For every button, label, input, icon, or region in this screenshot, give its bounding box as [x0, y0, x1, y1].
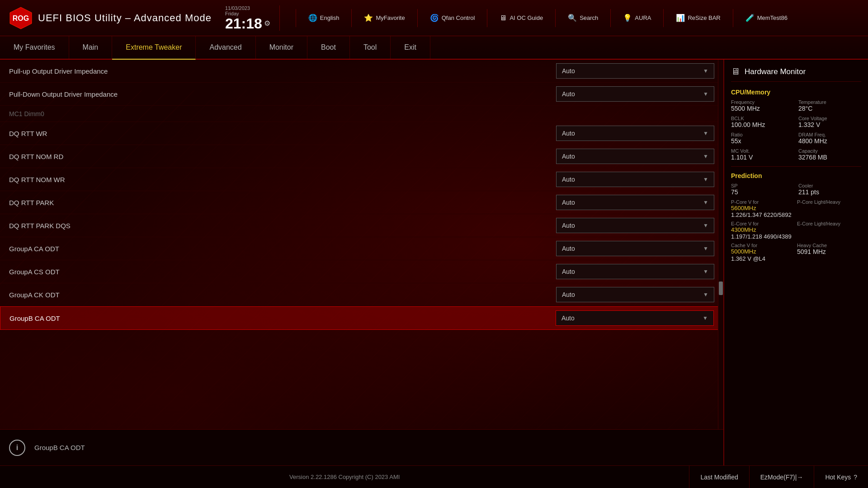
setting-dq-rtt-park[interactable]: DQ RTT PARK Auto ▼ [0, 191, 723, 214]
english-button[interactable]: 🌐 English [303, 12, 345, 24]
groupa-ck-odt-dropdown[interactable]: Auto ▼ [556, 287, 714, 302]
last-modified-button[interactable]: Last Modified [689, 466, 749, 488]
groupa-ca-odt-dropdown[interactable]: Auto ▼ [556, 241, 714, 256]
header: ROG UEFI BIOS Utility – Advanced Mode 11… [0, 0, 868, 36]
dq-rtt-nom-wr-control[interactable]: Auto ▼ [556, 172, 714, 187]
setting-mc1-dimm0: MC1 Dimm0 [0, 106, 723, 122]
groupa-ck-odt-control[interactable]: Auto ▼ [556, 287, 714, 302]
aura-button[interactable]: 💡 AURA [618, 12, 656, 24]
groupa-cs-odt-control[interactable]: Auto ▼ [556, 264, 714, 279]
ecore-v-section: E-Core V for 4300MHz E-Core Light/Heavy … [731, 221, 861, 240]
dq-rtt-park-control[interactable]: Auto ▼ [556, 195, 714, 210]
setting-groupb-ca-odt[interactable]: GroupB CA ODT Auto ▼ [0, 306, 723, 330]
dq-rtt-park-dqs-control[interactable]: Auto ▼ [556, 218, 714, 233]
footer-actions: Last Modified EzMode(F7)|→ Hot Keys ? [689, 466, 868, 488]
header-date: 11/03/2023Friday [225, 5, 270, 16]
scrollbar-track[interactable] [718, 60, 723, 429]
stat-frequency: Frequency 5500 MHz [731, 99, 794, 112]
header-divider-5 [555, 9, 556, 27]
header-divider [296, 9, 296, 27]
setting-groupa-ca-odt[interactable]: GroupA CA ODT Auto ▼ [0, 237, 723, 260]
info-bar: i GroupB CA ODT [0, 429, 723, 465]
scrollbar-thumb[interactable] [719, 282, 723, 295]
header-controls: 11/03/2023Friday 21:18 ⚙ 🌐 English ⭐ MyF… [225, 5, 859, 31]
setting-groupa-ck-odt[interactable]: GroupA CK ODT Auto ▼ [0, 283, 723, 306]
setting-dq-rtt-nom-wr[interactable]: DQ RTT NOM WR Auto ▼ [0, 168, 723, 191]
pcore-v-for: P-Core V for 5600MHz [731, 199, 795, 211]
nav-tool[interactable]: Tool [350, 36, 391, 59]
memtest-button[interactable]: 🧪 MemTest86 [740, 12, 793, 24]
nav-monitor[interactable]: Monitor [256, 36, 307, 59]
dropdown-arrow-icon-5: ▼ [703, 176, 708, 183]
footer: Version 2.22.1286 Copyright (C) 2023 AMI… [0, 465, 868, 488]
search-button[interactable]: 🔍 Search [562, 12, 604, 24]
nav-main[interactable]: Main [69, 36, 113, 59]
datetime-display: 11/03/2023Friday 21:18 ⚙ [225, 5, 280, 31]
ez-mode-label: EzMode(F7)|→ [760, 474, 803, 481]
search-icon: 🔍 [568, 14, 577, 22]
stat-sp: SP 75 [731, 183, 794, 196]
stat-temperature: Temperature 28°C [798, 99, 861, 112]
nav-my-favorites[interactable]: My Favorites [0, 36, 69, 59]
content-area: Pull-up Output Driver Impedance Auto ▼ P… [0, 60, 723, 465]
pullup-label: Pull-up Output Driver Impedance [9, 67, 556, 75]
hardware-monitor-sidebar: 🖥 Hardware Monitor CPU/Memory Frequency … [723, 60, 868, 465]
resizebar-button[interactable]: 📊 ReSize BAR [670, 12, 726, 24]
dropdown-arrow-icon: ▼ [703, 68, 708, 74]
stat-dram-freq: DRAM Freq. 4800 MHz [798, 132, 861, 145]
dq-rtt-nom-rd-control[interactable]: Auto ▼ [556, 149, 714, 164]
setting-dq-rtt-park-dqs[interactable]: DQ RTT PARK DQS Auto ▼ [0, 214, 723, 237]
groupb-ca-odt-control[interactable]: Auto ▼ [556, 310, 714, 326]
setting-dq-rtt-wr[interactable]: DQ RTT WR Auto ▼ [0, 122, 723, 145]
pcore-values: 1.226/1.347 6220/5892 [731, 211, 861, 218]
pcore-v-section: P-Core V for 5600MHz P-Core Light/Heavy … [731, 199, 861, 218]
aura-icon: 💡 [623, 14, 632, 22]
groupa-ca-odt-control[interactable]: Auto ▼ [556, 241, 714, 256]
dropdown-arrow-icon-11: ▼ [703, 315, 708, 321]
nav-exit[interactable]: Exit [391, 36, 430, 59]
myfavorite-button[interactable]: ⭐ MyFavorite [359, 12, 410, 24]
hot-keys-button[interactable]: Hot Keys ? [814, 466, 868, 488]
ecore-values: 1.197/1.218 4690/4389 [731, 233, 861, 240]
pulldown-control[interactable]: Auto ▼ [556, 86, 714, 102]
hot-keys-label: Hot Keys [825, 474, 851, 481]
dq-rtt-park-dqs-dropdown[interactable]: Auto ▼ [556, 218, 714, 233]
dq-rtt-nom-wr-label: DQ RTT NOM WR [9, 176, 556, 183]
pullup-control[interactable]: Auto ▼ [556, 63, 714, 79]
qfan-button[interactable]: 🌀 Qfan Control [425, 12, 481, 24]
ez-mode-button[interactable]: EzMode(F7)|→ [749, 466, 814, 488]
setting-dq-rtt-nom-rd[interactable]: DQ RTT NOM RD Auto ▼ [0, 145, 723, 168]
stat-ratio: Ratio 55x [731, 132, 794, 145]
dq-rtt-nom-rd-dropdown[interactable]: Auto ▼ [556, 149, 714, 164]
header-divider-3 [417, 9, 418, 27]
setting-pulldown[interactable]: Pull-Down Output Driver Impedance Auto ▼ [0, 83, 723, 106]
dq-rtt-park-dropdown[interactable]: Auto ▼ [556, 195, 714, 210]
groupb-ca-odt-dropdown[interactable]: Auto ▼ [556, 310, 714, 326]
dq-rtt-wr-control[interactable]: Auto ▼ [556, 126, 714, 141]
aioc-button[interactable]: 🖥 AI OC Guide [494, 12, 548, 24]
settings-gear-icon[interactable]: ⚙ [264, 19, 270, 28]
pullup-dropdown[interactable]: Auto ▼ [556, 63, 714, 79]
groupa-ca-odt-label: GroupA CA ODT [9, 245, 556, 253]
sidebar-title: 🖥 Hardware Monitor [731, 66, 861, 82]
nav-boot[interactable]: Boot [307, 36, 350, 59]
groupa-cs-odt-dropdown[interactable]: Auto ▼ [556, 264, 714, 279]
header-divider-8 [733, 9, 733, 27]
heavy-cache-label: Heavy Cache 5091 MHz [797, 243, 861, 255]
dq-rtt-wr-dropdown[interactable]: Auto ▼ [556, 126, 714, 141]
setting-pullup[interactable]: Pull-up Output Driver Impedance Auto ▼ [0, 60, 723, 83]
dq-rtt-nom-wr-dropdown[interactable]: Auto ▼ [556, 172, 714, 187]
header-divider-7 [663, 9, 664, 27]
nav-advanced[interactable]: Advanced [196, 36, 255, 59]
ecore-row: E-Core V for 4300MHz E-Core Light/Heavy [731, 221, 861, 233]
monitor-icon: 🖥 [500, 14, 507, 22]
star-icon: ⭐ [364, 14, 373, 22]
pulldown-dropdown[interactable]: Auto ▼ [556, 86, 714, 102]
nav-extreme-tweaker[interactable]: Extreme Tweaker [112, 36, 196, 60]
settings-list: Pull-up Output Driver Impedance Auto ▼ P… [0, 60, 723, 330]
setting-groupa-cs-odt[interactable]: GroupA CS ODT Auto ▼ [0, 260, 723, 283]
dq-rtt-wr-label: DQ RTT WR [9, 130, 556, 137]
dropdown-arrow-icon-10: ▼ [703, 291, 708, 298]
dropdown-arrow-icon-8: ▼ [703, 245, 708, 252]
prediction-stats: SP 75 Cooler 211 pts [731, 183, 861, 196]
